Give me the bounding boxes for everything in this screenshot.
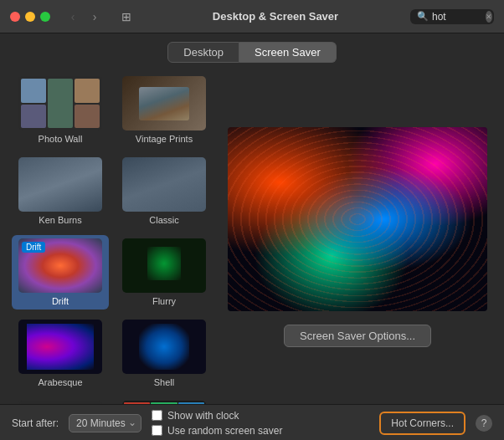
ss-item-vintage-prints[interactable]: Vintage Prints (116, 73, 213, 147)
back-button[interactable]: ‹ (64, 8, 82, 26)
screen-saver-options-button[interactable]: Screen Saver Options... (284, 325, 431, 347)
search-input[interactable] (432, 11, 482, 23)
nav-buttons: ‹ › (64, 8, 104, 26)
ss-grid: Photo Wall Vintage Prints Ken Burns (12, 69, 213, 404)
ss-item-ken-burns[interactable]: Ken Burns (12, 154, 109, 228)
ss-label-vintage-prints: Vintage Prints (136, 134, 193, 144)
ss-item-drift[interactable]: Drift Drift (12, 235, 109, 310)
minimize-button[interactable] (25, 12, 35, 22)
ss-label-shell: Shell (154, 377, 174, 387)
ss-thumb-message: Aa (18, 401, 102, 404)
ss-thumb-shell (122, 320, 206, 374)
hot-corners-button[interactable]: Hot Corners... (379, 412, 465, 435)
ss-item-album-artwork[interactable]: Album Artwork (116, 397, 213, 404)
right-panel: Screen Saver Options... (223, 69, 492, 404)
search-box[interactable]: 🔍 ✕ (410, 9, 494, 24)
titlebar: ‹ › ⊞ Desktop & Screen Saver 🔍 ✕ (0, 0, 504, 33)
window-title: Desktop & Screen Saver (147, 10, 404, 23)
ss-thumb-drift: Drift (18, 238, 102, 293)
show-with-clock-label: Show with clock (167, 410, 239, 422)
ss-label-drift: Drift (52, 296, 69, 306)
ss-thumb-album-artwork (122, 401, 206, 404)
tab-screensaver[interactable]: Screen Saver (239, 42, 337, 63)
minutes-select-wrapper[interactable]: 1 Minute 2 Minutes 5 Minutes 10 Minutes … (69, 414, 141, 432)
ss-label-classic: Classic (149, 215, 178, 225)
ss-item-photo-wall[interactable]: Photo Wall (12, 73, 109, 147)
traffic-lights (10, 12, 50, 22)
search-clear-button[interactable]: ✕ (486, 11, 492, 23)
ss-label-photo-wall: Photo Wall (39, 134, 83, 144)
ss-label-ken-burns: Ken Burns (39, 215, 81, 225)
tab-desktop[interactable]: Desktop (167, 42, 239, 63)
ss-thumb-flurry (122, 238, 206, 293)
show-with-clock-checkbox[interactable] (152, 410, 162, 421)
checkboxes: Show with clock Use random screen saver (152, 410, 369, 437)
ss-item-message[interactable]: Aa Message (12, 397, 109, 404)
main-content: Photo Wall Vintage Prints Ken Burns (0, 69, 504, 404)
fullscreen-button[interactable] (40, 12, 50, 22)
ss-thumb-arabesque (18, 320, 102, 374)
preview-area (228, 127, 487, 311)
ss-thumb-classic (122, 157, 206, 212)
drift-badge: Drift (22, 242, 45, 253)
help-button[interactable]: ? (476, 415, 492, 432)
ss-thumb-photo-wall (18, 76, 102, 130)
screensaver-list: Photo Wall Vintage Prints Ken Burns (12, 69, 213, 404)
minutes-select[interactable]: 1 Minute 2 Minutes 5 Minutes 10 Minutes … (69, 414, 141, 432)
show-with-clock-row[interactable]: Show with clock (152, 410, 369, 422)
bottom-bar: Start after: 1 Minute 2 Minutes 5 Minute… (0, 404, 504, 440)
ss-thumb-ken-burns (18, 157, 102, 212)
forward-button[interactable]: › (85, 8, 104, 26)
use-random-row[interactable]: Use random screen saver (152, 425, 369, 437)
ss-label-flurry: Flurry (152, 296, 176, 306)
grid-button[interactable]: ⊞ (117, 8, 136, 26)
ss-item-shell[interactable]: Shell (116, 316, 213, 391)
start-after-label: Start after: (12, 417, 59, 429)
ss-item-flurry[interactable]: Flurry (116, 235, 213, 310)
search-icon: 🔍 (417, 11, 429, 22)
ss-thumb-vintage-prints (122, 76, 206, 130)
tabs-row: Desktop Screen Saver (0, 33, 504, 69)
ss-item-arabesque[interactable]: Arabesque (12, 316, 109, 391)
ss-item-classic[interactable]: Classic (116, 154, 213, 228)
preview-drift-visual (228, 127, 487, 311)
use-random-label: Use random screen saver (167, 425, 282, 437)
close-button[interactable] (10, 12, 20, 22)
ss-label-arabesque: Arabesque (38, 377, 82, 387)
use-random-checkbox[interactable] (152, 425, 162, 436)
